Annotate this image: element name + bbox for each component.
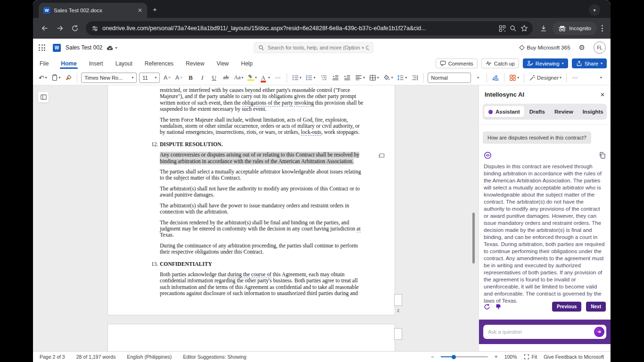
font-size-dropdown[interactable]: 11▾: [139, 73, 160, 83]
zoom-in-button[interactable]: +: [495, 354, 498, 360]
editor-button[interactable]: [491, 72, 500, 83]
table-button[interactable]: ▾: [368, 72, 380, 83]
menu-tab-references[interactable]: References: [145, 58, 173, 70]
title-chevron-icon[interactable]: ▾: [116, 46, 117, 50]
decrease-indent-button[interactable]: [330, 72, 340, 83]
shading-button[interactable]: ▾: [382, 72, 394, 83]
paragraph-options-button[interactable]: [410, 72, 420, 83]
status-word-count[interactable]: 28 of 1,197 words: [76, 354, 116, 360]
undo-button[interactable]: ↶▾: [38, 72, 48, 83]
tab-list-chevron-icon[interactable]: ▾: [589, 4, 600, 16]
feedback-link[interactable]: Give Feedback to Microsoft: [544, 354, 604, 360]
share-button[interactable]: Share ▾: [572, 58, 607, 68]
status-editor-suggestions[interactable]: Editor Suggestions: Showing: [183, 354, 246, 360]
browser-tab[interactable]: W Sales Test 002.docx ✕: [39, 3, 147, 18]
search-in-page-icon[interactable]: [510, 25, 517, 32]
menu-tab-file[interactable]: File: [40, 58, 49, 70]
site-info-icon[interactable]: [91, 25, 99, 32]
add-ins-button[interactable]: ▾: [508, 72, 520, 83]
menu-tab-layout[interactable]: Layout: [116, 58, 132, 70]
ai-tab-drafts[interactable]: Drafts: [525, 106, 549, 117]
text-highlight-button[interactable]: ▾: [247, 72, 258, 83]
document-title[interactable]: Sales Test 002: [66, 44, 103, 51]
bookmark-star-icon[interactable]: [520, 25, 528, 32]
address-bar[interactable]: onedrive.live.com/personal/73a74ee18a1bd…: [86, 21, 533, 35]
app-search-box[interactable]: Search for tools, help, and more (Option…: [254, 42, 373, 53]
reload-icon[interactable]: [69, 22, 81, 34]
menu-tab-view[interactable]: View: [216, 58, 229, 70]
fit-button[interactable]: Fit: [524, 354, 537, 360]
incognito-label: Incognito: [569, 25, 591, 31]
saved-cloud-icon[interactable]: [107, 45, 114, 51]
designer-button[interactable]: Designer ▾: [528, 72, 562, 83]
line-spacing-button[interactable]: ▾: [396, 72, 408, 83]
bold-button[interactable]: B: [186, 72, 195, 83]
app-launcher-icon[interactable]: [39, 44, 45, 51]
status-page-count[interactable]: Page 2 of 3: [40, 354, 65, 360]
previous-button[interactable]: Previous: [552, 302, 581, 312]
next-button[interactable]: Next: [586, 302, 606, 312]
catch-up-button[interactable]: Catch up: [481, 58, 519, 68]
font-color-button[interactable]: A▾: [260, 72, 271, 83]
ai-tab-review[interactable]: Review: [550, 106, 578, 117]
alignment-button[interactable]: ▾: [354, 72, 366, 83]
zoom-slider[interactable]: [441, 356, 488, 357]
list-number: 12.: [151, 141, 158, 148]
style-dropdown[interactable]: Normal: [428, 73, 471, 83]
ai-tab-assistant[interactable]: Assistant: [484, 106, 524, 117]
comments-button[interactable]: Comments: [436, 58, 478, 68]
navigation-pane-toggle[interactable]: [38, 91, 49, 103]
increase-indent-button[interactable]: [342, 72, 352, 83]
back-icon[interactable]: [39, 22, 51, 34]
ribbon-overflow-button[interactable]: ⋯: [570, 72, 580, 83]
menu-tab-home[interactable]: Home: [61, 58, 76, 70]
browser-menu-icon[interactable]: [600, 25, 605, 32]
ai-close-icon[interactable]: ✕: [600, 91, 605, 98]
thumbs-down-icon[interactable]: [495, 304, 502, 310]
copy-answer-icon[interactable]: [599, 152, 606, 159]
more-font-options[interactable]: ⋯: [273, 72, 283, 83]
share-label: Share: [585, 61, 598, 66]
new-tab-button[interactable]: +: [153, 6, 157, 13]
regenerate-icon[interactable]: [484, 304, 490, 310]
change-case-button[interactable]: Aa▾: [233, 72, 244, 83]
account-avatar[interactable]: FL: [594, 41, 606, 54]
buy-microsoft-365[interactable]: Buy Microsoft 365: [520, 45, 570, 50]
send-icon[interactable]: [594, 327, 604, 337]
settings-gear-icon[interactable]: ⚙: [579, 43, 585, 52]
numbering-button[interactable]: ▾: [305, 72, 316, 83]
comment-marker-icon[interactable]: [378, 152, 385, 159]
font-name-dropdown[interactable]: Times New Ro...▾: [81, 73, 137, 83]
paste-button[interactable]: ▾: [50, 72, 62, 83]
zoom-slider-handle[interactable]: [452, 355, 456, 359]
menu-tab-insert[interactable]: Insert: [89, 58, 103, 70]
status-language[interactable]: English (Philippines): [127, 354, 172, 360]
menu-tab-help[interactable]: Help: [241, 58, 253, 70]
ask-question-input[interactable]: [488, 329, 590, 335]
shrink-font-button[interactable]: A˅: [174, 72, 183, 83]
document-canvas[interactable]: restricted, or interfered with by causes…: [33, 85, 479, 351]
reviewing-button[interactable]: Reviewing ▾: [523, 58, 568, 68]
ai-tabs-menu-icon[interactable]: [609, 109, 611, 115]
collapse-ribbon-button[interactable]: ▾: [596, 72, 606, 83]
grow-font-button[interactable]: A˄: [162, 72, 172, 83]
page-3-of-document[interactable]: [107, 324, 395, 351]
bullets-button[interactable]: ▾: [291, 72, 303, 83]
forward-icon[interactable]: [54, 22, 66, 34]
document-scrollbar[interactable]: [472, 213, 475, 263]
zoom-out-button[interactable]: −: [431, 354, 434, 360]
tab-close-icon[interactable]: ✕: [138, 7, 142, 14]
style-chevron[interactable]: ▾: [473, 72, 483, 83]
strikethrough-button[interactable]: ab: [221, 72, 231, 83]
qr-code-icon[interactable]: [499, 25, 506, 32]
ai-tab-insights[interactable]: Insights: [578, 106, 608, 117]
italic-button[interactable]: I: [198, 72, 207, 83]
downloads-icon[interactable]: [537, 22, 550, 34]
zoom-level[interactable]: 100%: [504, 354, 517, 360]
underline-button[interactable]: U: [209, 72, 219, 83]
multilevel-list-button[interactable]: [319, 72, 328, 83]
word-logo[interactable]: W: [53, 44, 61, 52]
format-painter-button[interactable]: [64, 72, 73, 83]
page-2-of-document[interactable]: restricted, or interfered with by causes…: [107, 85, 395, 315]
menu-tab-review[interactable]: Review: [186, 58, 204, 70]
